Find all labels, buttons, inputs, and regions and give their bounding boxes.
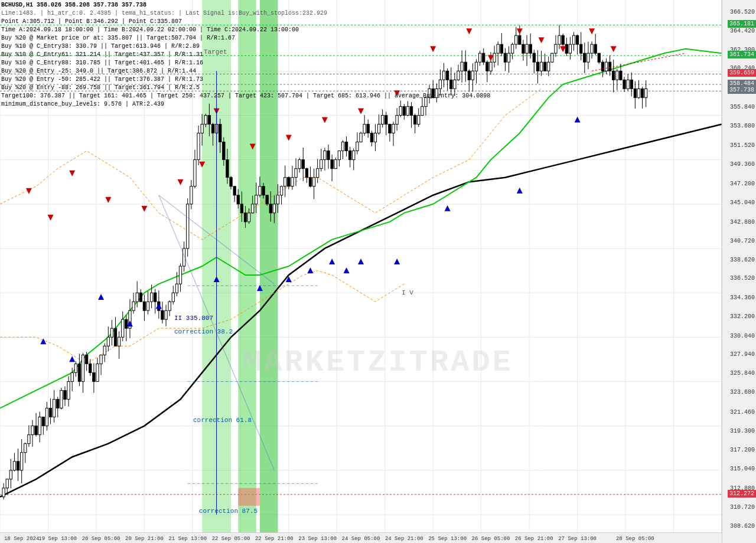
price-label: 338.620 bbox=[730, 257, 755, 263]
price-highlight-label: 365.181 bbox=[728, 20, 756, 28]
time-axis: 18 Sep 202419 Sep 13:0020 Sep 05:0020 Se… bbox=[0, 532, 722, 543]
time-label: 26 Sep 21:00 bbox=[515, 536, 553, 542]
price-highlight-label: 357.738 bbox=[728, 86, 756, 94]
price-label: 340.720 bbox=[730, 238, 755, 244]
price-label: 317.200 bbox=[730, 447, 755, 453]
price-label: 332.200 bbox=[730, 313, 755, 320]
price-label: 330.040 bbox=[730, 333, 755, 339]
price-label: 325.840 bbox=[730, 370, 755, 377]
price-label: 349.360 bbox=[730, 161, 755, 168]
time-label: 23 Sep 13:00 bbox=[298, 536, 337, 542]
price-highlight-label: 359.659 bbox=[728, 69, 756, 77]
price-label: 336.520 bbox=[730, 275, 755, 282]
price-label: 334.360 bbox=[730, 295, 755, 301]
price-highlight-label: 361.734 bbox=[728, 51, 756, 58]
price-label: 342.880 bbox=[730, 219, 755, 225]
time-label: 19 Sep 13:00 bbox=[38, 536, 77, 542]
price-label: 315.040 bbox=[730, 466, 755, 472]
price-label: 308.620 bbox=[730, 523, 755, 529]
time-label: 20 Sep 05:00 bbox=[82, 536, 120, 542]
chart-container: BCHUSD,H1 358.026 358.208 357.738 357.73… bbox=[0, 0, 756, 543]
price-label: 355.840 bbox=[730, 104, 755, 110]
time-label: 22 Sep 21:00 bbox=[255, 536, 294, 542]
price-label: 319.300 bbox=[730, 428, 755, 434]
time-label: 27 Sep 13:00 bbox=[558, 536, 597, 542]
time-label: 21 Sep 13:00 bbox=[168, 536, 207, 542]
price-label: 323.680 bbox=[730, 389, 755, 395]
price-label: 364.420 bbox=[730, 28, 755, 34]
price-label: 351.520 bbox=[730, 142, 755, 149]
price-label: 353.680 bbox=[730, 123, 755, 129]
price-label: 310.720 bbox=[730, 504, 755, 511]
time-label: 18 Sep 2024 bbox=[4, 536, 39, 542]
price-highlight-label: 312.272 bbox=[728, 490, 756, 498]
price-scale: 366.520364.420362.300360.240358.484357.7… bbox=[722, 0, 756, 543]
time-label: 25 Sep 13:00 bbox=[428, 536, 467, 542]
price-label: 366.520 bbox=[730, 9, 755, 15]
time-label: 22 Sep 05:00 bbox=[212, 536, 250, 542]
time-label: 24 Sep 21:00 bbox=[385, 536, 423, 542]
time-label: 24 Sep 05:00 bbox=[342, 536, 380, 542]
time-label: 28 Sep 05:00 bbox=[616, 536, 654, 542]
price-label: 327.940 bbox=[730, 351, 755, 358]
chart-canvas bbox=[0, 0, 756, 543]
time-label: 20 Sep 21:00 bbox=[125, 536, 164, 542]
price-label: 347.200 bbox=[730, 181, 755, 187]
price-label: 321.460 bbox=[730, 409, 755, 416]
price-label: 345.040 bbox=[730, 199, 755, 206]
time-label: 26 Sep 05:00 bbox=[472, 536, 510, 542]
